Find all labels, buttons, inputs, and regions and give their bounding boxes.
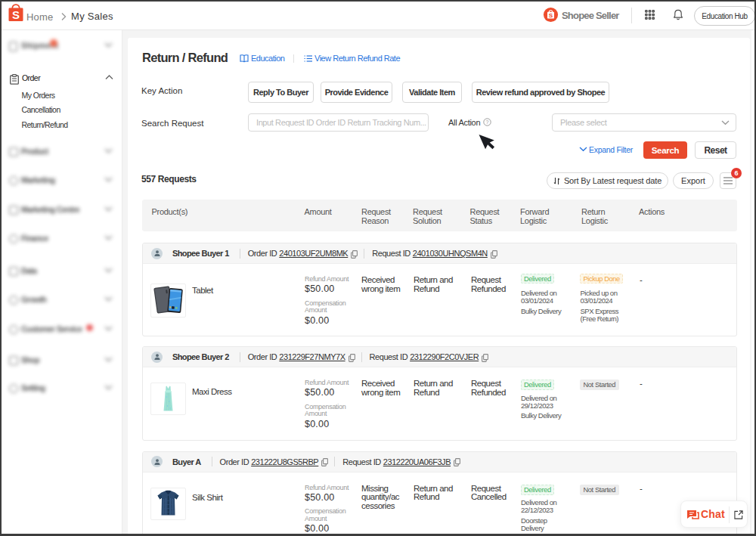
svg-text:?: ? [486,119,489,125]
svg-text:S: S [549,11,553,18]
svg-text:S: S [11,8,19,21]
